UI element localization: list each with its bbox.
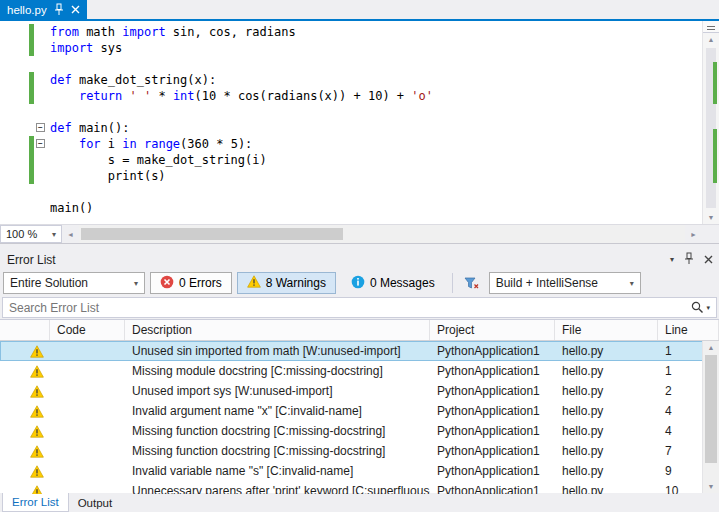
zoom-control[interactable]: 100 % ▾ [0, 225, 62, 243]
search-icon[interactable]: ▾ [691, 301, 710, 314]
warning-icon [0, 361, 50, 381]
scrollbar-track[interactable] [703, 46, 719, 210]
editor-gutter [0, 40, 50, 56]
warnings-label: 8 Warnings [266, 276, 326, 290]
code-line[interactable] [0, 184, 702, 200]
warning-icon [247, 275, 261, 291]
chevron-down-icon: ▾ [52, 230, 56, 239]
panel-title-bar[interactable]: Error List ▾ [0, 249, 719, 270]
error-list-row[interactable]: Invalid variable name "s" [C:invalid-nam… [0, 461, 719, 481]
cell-code [50, 461, 125, 481]
close-icon[interactable] [71, 5, 80, 14]
split-window-handle[interactable] [703, 21, 719, 33]
column-header-code[interactable]: Code [50, 320, 125, 340]
error-list-panel: Error List ▾ Entire Solution ▾ 0 Er [0, 249, 719, 512]
error-list-row[interactable]: Unnecessary parens after 'print' keyword… [0, 481, 719, 494]
code-line[interactable]: main() [0, 200, 702, 216]
change-mark [713, 129, 717, 183]
error-list-row[interactable]: Invalid argument name "x" [C:invalid-nam… [0, 401, 719, 421]
cell-code [50, 381, 125, 401]
cell-code [50, 341, 125, 361]
info-icon [351, 275, 365, 292]
cell-project: PythonApplication1 [430, 341, 555, 361]
column-header-description[interactable]: Description [125, 320, 430, 340]
tab-hello-py[interactable]: hello.py [0, 0, 87, 19]
tab-output[interactable]: Output [69, 493, 122, 512]
code-line[interactable] [0, 56, 702, 72]
scroll-down-icon[interactable]: ▼ [703, 211, 719, 224]
cell-description: Invalid variable name "s" [C:invalid-nam… [125, 461, 430, 481]
error-list-row[interactable]: Unused import sys [W:unused-import]Pytho… [0, 381, 719, 401]
panel-title: Error List [7, 253, 56, 267]
error-list-scrollbar[interactable]: ▲ ▼ [702, 341, 719, 493]
scroll-right-icon[interactable]: ► [685, 225, 702, 243]
h-scrollbar-track[interactable] [79, 225, 685, 243]
column-header-file[interactable]: File [555, 320, 658, 340]
cell-project: PythonApplication1 [430, 401, 555, 421]
change-tracking-bar [29, 72, 34, 88]
document-tab-strip: hello.py [0, 0, 719, 19]
error-list-row[interactable]: Unused sin imported from math [W:unused-… [0, 341, 719, 361]
column-header-line[interactable]: Line [658, 320, 719, 340]
warnings-filter-button[interactable]: 8 Warnings [237, 272, 336, 294]
code-line[interactable]: print(s) [0, 168, 702, 184]
change-tracking-bar [29, 24, 34, 40]
code-line[interactable]: return ' ' * int(10 * cos(radians(x)) + … [0, 88, 702, 104]
scroll-up-icon[interactable]: ▲ [703, 341, 719, 354]
cell-code [50, 401, 125, 421]
code-line[interactable]: s = make_dot_string(i) [0, 152, 702, 168]
pin-icon[interactable] [54, 3, 64, 16]
errors-filter-button[interactable]: 0 Errors [150, 272, 232, 294]
scrollbar-thumb[interactable] [705, 355, 717, 463]
cell-description: Missing function docstring [C:missing-do… [125, 421, 430, 441]
editor-gutter [0, 104, 50, 120]
column-header-project[interactable]: Project [430, 320, 555, 340]
editor-vertical-scrollbar[interactable]: ▲ ▼ [702, 21, 719, 224]
error-list-row[interactable]: Missing function docstring [C:missing-do… [0, 441, 719, 461]
h-scrollbar-thumb[interactable] [81, 228, 343, 240]
code-editor[interactable]: from math import sin, cos, radiansimport… [0, 21, 702, 224]
code-line[interactable]: from math import sin, cos, radians [0, 24, 702, 40]
warning-icon [0, 341, 50, 361]
window-position-icon[interactable]: ▾ [670, 255, 674, 264]
scroll-down-icon[interactable]: ▼ [703, 480, 719, 493]
pin-icon[interactable] [684, 252, 694, 268]
editor-gutter [0, 24, 50, 40]
messages-filter-button[interactable]: 0 Messages [341, 272, 445, 294]
toolbar-separator [452, 273, 453, 293]
warning-icon [0, 421, 50, 441]
close-icon[interactable] [704, 253, 713, 267]
source-filter-dropdown[interactable]: Build + IntelliSense ▾ [489, 272, 641, 294]
editor-gutter [0, 152, 50, 168]
editor-gutter: − [0, 136, 50, 152]
scroll-left-icon[interactable]: ◄ [62, 225, 79, 243]
filter-icon[interactable] [460, 272, 484, 294]
code-line[interactable]: −def main(): [0, 120, 702, 136]
editor-gutter [0, 184, 50, 200]
error-list-row[interactable]: Missing function docstring [C:missing-do… [0, 421, 719, 441]
code-fold-collapse-icon[interactable]: − [36, 139, 45, 148]
warning-icon [0, 481, 50, 494]
cell-code [50, 421, 125, 441]
change-tracking-bar [29, 168, 34, 184]
error-list-row[interactable]: Missing module docstring [C:missing-docs… [0, 361, 719, 381]
code-fold-collapse-icon[interactable]: − [36, 123, 45, 132]
tab-error-list[interactable]: Error List [2, 493, 69, 512]
change-tracking-bar [29, 136, 34, 152]
search-input[interactable] [2, 297, 717, 318]
code-line-text: s = make_dot_string(i) [50, 152, 267, 168]
code-line[interactable]: − for i in range(360 * 5): [0, 136, 702, 152]
cell-code [50, 481, 125, 494]
code-line[interactable]: import sys [0, 40, 702, 56]
code-line-text: main() [50, 200, 93, 216]
code-line[interactable] [0, 104, 702, 120]
code-line[interactable]: def make_dot_string(x): [0, 72, 702, 88]
tab-title: hello.py [7, 4, 47, 16]
editor-gutter [0, 56, 50, 72]
code-line-text: def main(): [50, 120, 129, 136]
table-header[interactable]: Code Description Project File Line [0, 320, 719, 341]
scroll-up-icon[interactable]: ▲ [703, 33, 719, 46]
chevron-down-icon: ▾ [706, 304, 710, 312]
column-header-severity[interactable] [0, 320, 50, 340]
scope-filter-dropdown[interactable]: Entire Solution ▾ [3, 272, 145, 294]
